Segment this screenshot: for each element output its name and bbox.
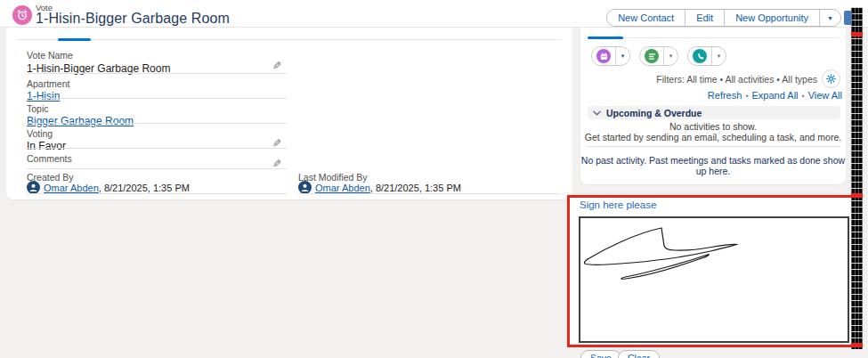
save-signature-button[interactable]: Save [580,350,621,358]
field-label-apartment: Apartment [27,78,69,89]
edit-button[interactable]: Edit [685,10,725,26]
activity-links: Refresh•Expand All•View All [708,90,842,101]
user-icon [28,183,38,192]
right-edge-artifact [851,7,863,349]
link-separator: • [745,92,748,101]
new-event-dropdown[interactable]: ▼ [615,47,629,65]
field-divider [298,193,561,194]
created-by-value: Omar Abden, 8/21/2025, 1:35 PM [44,183,190,193]
alarm-clock-icon [16,9,28,21]
field-divider [27,193,287,194]
page-title: 1-Hisin-Bigger Garbage Room [36,11,230,27]
expand-all-link[interactable]: Expand All [752,90,799,101]
field-label-vote-name: Vote Name [27,50,73,61]
field-divider [27,73,287,74]
field-value-apartment-link[interactable]: 1-Hisin [27,90,60,102]
edit-vote-name-icon[interactable]: ✎ [272,61,281,71]
get-started-text: Get started by sending an email, schedul… [580,132,846,142]
red-mark [851,193,863,198]
field-divider [27,123,287,124]
no-activities-text: No activities to show. [580,121,846,132]
details-tab-divider [17,39,562,40]
activity-divider [588,146,840,147]
new-contact-button[interactable]: New Contact [607,10,685,26]
header-action-group: New Contact Edit New Opportunity ▼ [606,9,841,27]
new-event-button[interactable] [592,47,615,65]
user-icon [300,183,310,192]
avatar [27,181,40,194]
field-value-topic-link[interactable]: Bigger Garbage Room [27,115,134,127]
field-label-topic: Topic [27,103,49,114]
field-divider [27,98,287,99]
vote-record-page: Vote 1-Hisin-Bigger Garbage Room New Con… [0,0,868,358]
created-timestamp: , 8/21/2025, 1:35 PM [99,183,190,193]
new-event-icon [596,49,611,63]
field-label-comments: Comments [27,153,72,164]
field-divider [27,148,287,149]
new-task-group: ▼ [639,46,678,66]
details-active-tab-indicator [58,38,91,41]
red-mark [851,32,863,37]
log-a-call-group: ▼ [687,46,726,66]
activity-filter-settings-button[interactable] [822,69,840,88]
scrollbar-thumb[interactable] [844,11,852,25]
signature-prompt: Sign here please [580,199,656,210]
log-a-call-icon [693,49,707,63]
upcoming-overdue-section-header[interactable]: Upcoming & Overdue [588,106,840,119]
activity-panel: ▼ ▼ ▼ Filters: All time • All act [580,28,846,184]
field-value-voting: In Favor [27,140,66,152]
details-panel: Vote Name 1-Hisin-Bigger Garbage Room ✎ … [6,28,572,199]
new-opportunity-button[interactable]: New Opportunity [725,10,820,26]
field-label-voting: Voting [27,128,53,139]
last-modified-timestamp: , 8/21/2025, 1:35 PM [370,183,461,193]
past-activity-text: No past activity. Past meetings and task… [580,155,846,176]
new-task-icon [645,49,659,63]
new-event-group: ▼ [591,46,630,66]
link-separator: • [802,92,805,101]
field-divider [27,168,287,169]
vote-object-icon [12,5,32,25]
log-a-call-dropdown[interactable]: ▼ [711,47,726,65]
chevron-down-icon: ▼ [669,53,674,59]
last-modified-user-link[interactable]: Omar Abden [315,183,370,193]
activity-tab-divider [588,37,839,38]
avatar [298,181,312,194]
upcoming-overdue-label: Upcoming & Overdue [606,108,702,118]
more-actions-button[interactable]: ▼ [820,10,840,26]
clear-signature-button[interactable]: Clear [618,350,660,358]
signature-section-highlighted: Sign here please [567,195,862,347]
gear-icon [826,74,836,84]
chevron-down-icon [593,110,601,116]
chevron-down-icon: ▼ [717,53,722,59]
record-header: Vote 1-Hisin-Bigger Garbage Room New Con… [0,0,868,28]
chevron-down-icon: ▼ [621,53,626,59]
activity-composer: ▼ ▼ ▼ [591,46,726,66]
signature-canvas[interactable] [579,216,849,343]
red-mark [851,343,863,347]
refresh-link[interactable]: Refresh [708,90,742,101]
activity-filters-summary: Filters: All time • All activities • All… [656,74,817,85]
activity-active-tab-indicator [588,37,623,39]
new-task-button[interactable] [640,47,663,65]
field-label-last-modified-by: Last Modified By [298,172,368,183]
chevron-down-icon: ▼ [827,15,833,21]
last-modified-by-value: Omar Abden, 8/21/2025, 1:35 PM [315,183,461,193]
view-all-link[interactable]: View All [808,90,842,101]
new-task-dropdown[interactable]: ▼ [663,47,677,65]
created-by-user-link[interactable]: Omar Abden [44,183,99,193]
log-a-call-button[interactable] [688,47,711,65]
signature-drawing [580,218,848,341]
